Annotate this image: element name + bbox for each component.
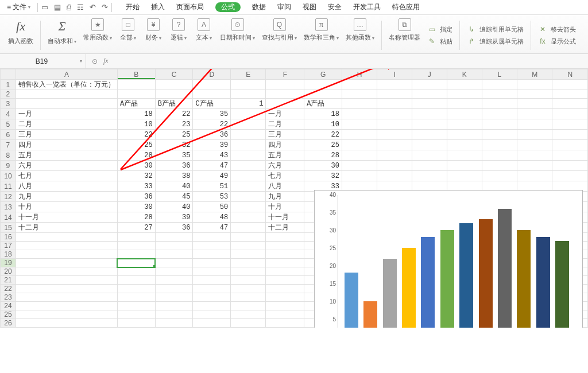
col-header-K[interactable]: K bbox=[447, 69, 482, 80]
row-header-26[interactable]: 26 bbox=[1, 319, 16, 328]
cell-B6[interactable]: 22 bbox=[117, 130, 155, 140]
chart-bar-七月[interactable] bbox=[459, 223, 473, 328]
cell-H7[interactable] bbox=[342, 140, 377, 150]
cell-H10[interactable] bbox=[342, 171, 377, 181]
cell-A13[interactable]: 十月 bbox=[16, 202, 117, 212]
ribbon-名称管理器[interactable]: ⧉名称管理器 bbox=[385, 17, 424, 53]
ribbon-其他函数[interactable]: …其他函数▾ bbox=[342, 17, 378, 53]
cell-E8[interactable] bbox=[231, 150, 266, 161]
cell-C18[interactable] bbox=[155, 250, 193, 259]
cell-C5[interactable]: 23 bbox=[155, 119, 193, 130]
cell-B11[interactable]: 33 bbox=[117, 181, 155, 192]
chart-bar-二月[interactable] bbox=[363, 301, 377, 328]
cell-F9[interactable]: 六月 bbox=[266, 161, 304, 171]
row-header-16[interactable]: 16 bbox=[1, 233, 16, 242]
col-header-C[interactable]: C bbox=[155, 69, 193, 80]
cell-B24[interactable] bbox=[117, 302, 155, 310]
cell-K7[interactable] bbox=[447, 140, 482, 150]
cell-L4[interactable] bbox=[482, 109, 517, 119]
ribbon-数学和三角[interactable]: π数学和三角▾ bbox=[300, 17, 342, 53]
cell-C24[interactable] bbox=[155, 302, 193, 310]
cell-H9[interactable] bbox=[342, 161, 377, 171]
cell-H5[interactable] bbox=[342, 119, 377, 130]
col-header-L[interactable]: L bbox=[482, 69, 517, 80]
row-header-19[interactable]: 19 bbox=[1, 259, 16, 267]
ribbon-财务[interactable]: ¥财务▾ bbox=[141, 17, 166, 53]
tab-特色应用[interactable]: 特色应用 bbox=[392, 2, 420, 12]
cell-E18[interactable] bbox=[231, 250, 266, 259]
cell-E16[interactable] bbox=[231, 233, 266, 242]
cell-M1[interactable] bbox=[517, 80, 552, 90]
cell-L10[interactable] bbox=[482, 171, 517, 181]
col-header-D[interactable]: D bbox=[193, 69, 231, 80]
cell-A25[interactable] bbox=[16, 310, 117, 319]
cell-N5[interactable] bbox=[552, 119, 588, 130]
cell-J6[interactable] bbox=[412, 130, 447, 140]
cell-A24[interactable] bbox=[16, 302, 117, 310]
qa-icon[interactable]: ☶ bbox=[77, 3, 84, 11]
cell-B23[interactable] bbox=[117, 293, 155, 302]
cell-D11[interactable]: 51 bbox=[193, 181, 231, 192]
cell-F15[interactable]: 十二月 bbox=[266, 223, 304, 233]
chevron-down-icon[interactable]: ▾ bbox=[80, 59, 82, 64]
chart-bar-五月[interactable] bbox=[421, 237, 435, 328]
cell-B3[interactable]: A产品 bbox=[117, 99, 155, 109]
cell-G6[interactable]: 22 bbox=[304, 130, 342, 140]
cell-A1[interactable]: 销售收入一览表（单位：万元） bbox=[16, 80, 117, 90]
cell-A4[interactable]: 一月 bbox=[16, 109, 117, 119]
row-header-4[interactable]: 4 bbox=[1, 109, 16, 119]
cell-B15[interactable]: 27 bbox=[117, 223, 155, 233]
cell-I5[interactable] bbox=[377, 119, 412, 130]
cell-F23[interactable] bbox=[266, 293, 304, 302]
cell-H2[interactable] bbox=[342, 90, 377, 99]
col-header-N[interactable]: N bbox=[552, 69, 588, 80]
cell-F10[interactable]: 七月 bbox=[266, 171, 304, 181]
cell-E13[interactable] bbox=[231, 202, 266, 212]
cell-E1[interactable] bbox=[231, 80, 266, 90]
cell-J2[interactable] bbox=[412, 90, 447, 99]
cell-C26[interactable] bbox=[155, 319, 193, 328]
cell-A2[interactable] bbox=[16, 90, 117, 99]
chart-bar-九月[interactable] bbox=[498, 209, 512, 328]
cell-K8[interactable] bbox=[447, 150, 482, 161]
name-box[interactable]: B19 ▾ bbox=[0, 54, 86, 69]
cell-N1[interactable] bbox=[552, 80, 588, 90]
chart-bar-十一月[interactable] bbox=[536, 237, 550, 328]
cell-D1[interactable] bbox=[193, 80, 231, 90]
cell-F5[interactable]: 二月 bbox=[266, 119, 304, 130]
tab-审阅[interactable]: 审阅 bbox=[277, 2, 291, 12]
cell-D21[interactable] bbox=[193, 276, 231, 285]
cell-K1[interactable] bbox=[447, 80, 482, 90]
cell-A3[interactable] bbox=[16, 99, 117, 109]
embedded-chart[interactable]: 0510152025303540 A产品 bbox=[314, 190, 583, 328]
cell-N2[interactable] bbox=[552, 90, 588, 99]
cell-J9[interactable] bbox=[412, 161, 447, 171]
tab-开发工具[interactable]: 开发工具 bbox=[353, 2, 381, 12]
cell-F12[interactable]: 九月 bbox=[266, 192, 304, 202]
cell-C8[interactable]: 35 bbox=[155, 150, 193, 161]
row-header-14[interactable]: 14 bbox=[1, 212, 16, 223]
cell-M3[interactable] bbox=[517, 99, 552, 109]
chart-bar-六月[interactable] bbox=[440, 230, 454, 328]
cell-M4[interactable] bbox=[517, 109, 552, 119]
cell-G7[interactable]: 25 bbox=[304, 140, 342, 150]
col-header-E[interactable]: E bbox=[231, 69, 266, 80]
row-header-18[interactable]: 18 bbox=[1, 250, 16, 259]
cell-L6[interactable] bbox=[482, 130, 517, 140]
col-header-M[interactable]: M bbox=[517, 69, 552, 80]
cell-C20[interactable] bbox=[155, 267, 193, 276]
cell-D12[interactable]: 53 bbox=[193, 192, 231, 202]
row-header-25[interactable]: 25 bbox=[1, 310, 16, 319]
select-all-corner[interactable] bbox=[1, 69, 16, 80]
ribbon-日期和时间[interactable]: ⏲日期和时间▾ bbox=[216, 17, 258, 53]
cell-B16[interactable] bbox=[117, 233, 155, 242]
cell-M5[interactable] bbox=[517, 119, 552, 130]
cell-L5[interactable] bbox=[482, 119, 517, 130]
ribbon-文本[interactable]: A文本▾ bbox=[191, 17, 216, 53]
row-header-7[interactable]: 7 bbox=[1, 140, 16, 150]
cell-K3[interactable] bbox=[447, 99, 482, 109]
cell-I6[interactable] bbox=[377, 130, 412, 140]
row-header-21[interactable]: 21 bbox=[1, 276, 16, 285]
cell-J1[interactable] bbox=[412, 80, 447, 90]
cell-C12[interactable]: 45 bbox=[155, 192, 193, 202]
